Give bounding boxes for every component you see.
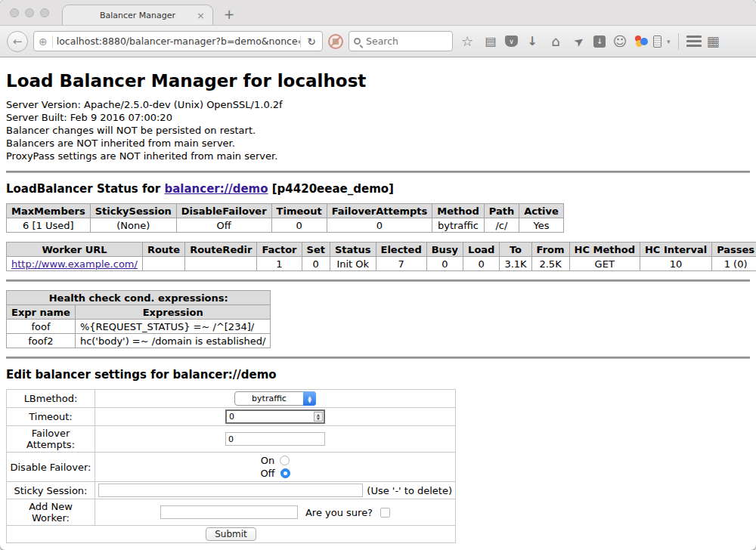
number-stepper-icon[interactable]: ▲▼: [314, 412, 323, 422]
home-icon[interactable]: ⌂: [547, 35, 565, 48]
col-load: Load: [463, 243, 500, 257]
add-worker-input[interactable]: [160, 505, 298, 519]
panel-caret-icon[interactable]: ▾: [667, 38, 671, 45]
downloads-icon[interactable]: ↓: [523, 36, 541, 48]
tile-grid-icon[interactable]: ▦: [707, 35, 720, 48]
page-title: Load Balancer Manager for localhost: [6, 71, 750, 91]
sticky-session-label: Sticky Session:: [7, 482, 95, 499]
minimize-window-button[interactable]: [25, 8, 34, 17]
bookmarks-menu-icon[interactable]: ▤: [482, 36, 500, 48]
col-to: To: [500, 243, 531, 257]
col-passes: Passes: [712, 243, 756, 257]
window-controls: [10, 8, 49, 17]
form-row-add-worker: Add New Worker: Are you sure?: [7, 499, 456, 526]
reload-icon[interactable]: ↻: [300, 36, 322, 48]
are-you-sure-checkbox[interactable]: [380, 508, 390, 518]
cell-expr-name: foof: [7, 320, 76, 334]
worker-url-link[interactable]: http://www.example.com/: [11, 258, 138, 270]
status-heading-suffix: [p4420eeae_demo]: [268, 182, 394, 196]
sticky-session-hint: (Use '-' to delete): [367, 485, 452, 496]
form-row-failover-attempts: Failover Attempts:: [7, 426, 456, 453]
site-identity-globe-icon[interactable]: ⊕: [34, 36, 53, 48]
col-busy: Busy: [426, 243, 463, 257]
cell-factor: 1: [257, 257, 302, 271]
col-disablefailover: DisableFailover: [176, 204, 271, 218]
send-tab-icon[interactable]: ➤: [569, 31, 590, 51]
browser-window: Balancer Manager × + ← ⊕ localhost:8880/…: [0, 0, 756, 550]
table-header-row: MaxMembers StickySession DisableFailover…: [7, 204, 564, 218]
search-bar[interactable]: [349, 31, 453, 51]
cell-method: bytraffic: [432, 218, 484, 233]
balancer-status-table: MaxMembers StickySession DisableFailover…: [6, 203, 564, 233]
navigation-toolbar: ← ⊕ localhost:8880/balancer-manager?b=de…: [0, 25, 756, 57]
cell-hc-method: GET: [569, 257, 640, 271]
health-check-title: Health check cond. expressions:: [7, 291, 271, 305]
divider: [6, 171, 750, 173]
divider: [6, 357, 750, 359]
back-button[interactable]: ←: [7, 31, 28, 52]
col-stickysession: StickySession: [90, 204, 176, 218]
chat-smiley-icon[interactable]: ☺: [611, 35, 629, 48]
select-stepper-icon: ▲▼: [303, 391, 316, 406]
cell-to: 3.1K: [500, 257, 531, 271]
col-status: Status: [330, 243, 376, 257]
cell-load: 0: [463, 257, 500, 271]
tab-balancer-manager[interactable]: Balancer Manager ×: [62, 5, 213, 25]
worker-table: Worker URL Route RouteRedir Factor Set S…: [6, 242, 756, 271]
col-set: Set: [302, 243, 330, 257]
col-timeout: Timeout: [271, 204, 327, 218]
col-path: Path: [484, 204, 519, 218]
zoom-window-button[interactable]: [40, 8, 49, 17]
cell-expression: hc('body') =~ /domain is established/: [75, 334, 271, 348]
timeout-input[interactable]: [225, 409, 325, 424]
add-worker-label: Add New Worker:: [7, 499, 95, 526]
balancer-demo-link[interactable]: balancer://demo: [164, 182, 268, 196]
col-method: Method: [432, 204, 484, 218]
bookmark-star-icon[interactable]: ☆: [458, 35, 476, 48]
cell-elected: 7: [376, 257, 426, 271]
lbmethod-select[interactable]: bytraffic ▲▼: [234, 391, 316, 406]
url-text[interactable]: localhost:8880/balancer-manager?b=demo&n…: [53, 36, 301, 47]
col-from: From: [531, 243, 569, 257]
cell-route: [142, 257, 184, 271]
close-window-button[interactable]: [10, 8, 19, 17]
tab-close-icon[interactable]: ×: [197, 11, 205, 20]
submit-button[interactable]: Submit: [206, 527, 256, 541]
cell-stickysession: (None): [90, 218, 176, 233]
lbmethod-label: LBmethod:: [7, 390, 95, 408]
table-row: http://www.example.com/ 1 0 Init Ok 7 0 …: [7, 257, 756, 271]
cell-hc-interval: 10: [640, 257, 711, 271]
device-panel-icon[interactable]: [653, 36, 662, 48]
save-page-icon[interactable]: ↓: [593, 36, 606, 48]
cell-active: Yes: [519, 218, 564, 233]
health-check-table: Health check cond. expressions: Expr nam…: [6, 290, 271, 348]
disable-failover-on-radio[interactable]: [280, 456, 290, 465]
persist-note-line: Balancer changes will NOT be persisted o…: [6, 124, 750, 137]
url-bar[interactable]: ⊕ localhost:8880/balancer-manager?b=demo…: [33, 31, 323, 51]
page-content: Load Balancer Manager for localhost Serv…: [0, 57, 756, 550]
col-active: Active: [519, 204, 564, 218]
col-maxmembers: MaxMembers: [7, 204, 91, 218]
menu-hamburger-icon[interactable]: [686, 36, 702, 47]
content-blocker-icon[interactable]: [328, 34, 343, 49]
table-header-row: Worker URL Route RouteRedir Factor Set S…: [7, 243, 756, 257]
table-row: 6 [1 Used] (None) Off 0 0 bytraffic /c/ …: [7, 218, 564, 233]
search-icon: [354, 38, 361, 45]
failover-attempts-input[interactable]: [225, 432, 325, 446]
cell-disablefailover: Off: [176, 218, 271, 233]
table-row: foof2 hc('body') =~ /domain is establish…: [7, 334, 271, 348]
table-row: foof %{REQUEST_STATUS} =~ /^[234]/: [7, 320, 271, 334]
form-row-submit: Submit: [7, 526, 456, 543]
search-input[interactable]: [364, 35, 448, 48]
cell-busy: 0: [426, 257, 463, 271]
cell-routeredir: [185, 257, 257, 271]
new-tab-button[interactable]: +: [224, 7, 234, 22]
edit-balancer-heading: Edit balancer settings for balancer://de…: [6, 368, 750, 382]
col-routeredir: RouteRedir: [185, 243, 257, 257]
col-factor: Factor: [257, 243, 302, 257]
extension-dots-icon[interactable]: [634, 35, 648, 48]
disable-failover-off-radio[interactable]: [280, 468, 290, 478]
pocket-icon[interactable]: ∨: [505, 36, 518, 47]
cell-passes: 1 (0): [712, 257, 756, 271]
sticky-session-input[interactable]: [98, 484, 363, 497]
